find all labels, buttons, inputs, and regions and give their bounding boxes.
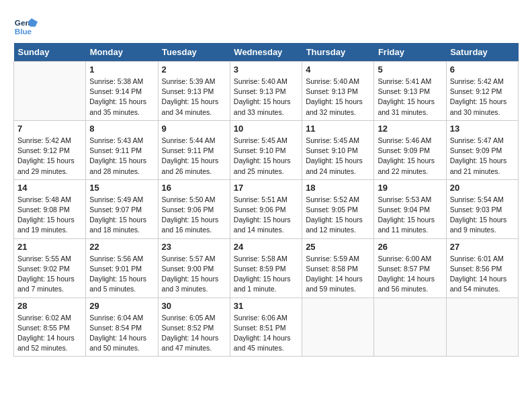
week-row-1: 1Sunrise: 5:38 AMSunset: 9:14 PMDaylight… [14,62,519,121]
day-number: 31 [234,301,298,311]
svg-text:Blue: Blue [15,27,32,36]
week-row-2: 7Sunrise: 5:42 AMSunset: 9:12 PMDaylight… [14,120,519,179]
day-info: Sunrise: 5:45 AMSunset: 9:10 PMDaylight:… [234,136,298,177]
day-info: Sunrise: 5:42 AMSunset: 9:12 PMDaylight:… [17,136,82,177]
day-info: Sunrise: 5:47 AMSunset: 9:09 PMDaylight:… [450,136,515,177]
day-info: Sunrise: 5:40 AMSunset: 9:13 PMDaylight:… [234,77,298,118]
day-info: Sunrise: 5:50 AMSunset: 9:06 PMDaylight:… [162,195,226,236]
day-info: Sunrise: 6:06 AMSunset: 8:51 PMDaylight:… [234,313,298,354]
day-info: Sunrise: 6:05 AMSunset: 8:52 PMDaylight:… [162,313,226,354]
calendar-cell: 14Sunrise: 5:48 AMSunset: 9:08 PMDayligh… [14,179,86,238]
day-number: 20 [450,183,515,193]
day-number: 18 [306,183,370,193]
col-header-wednesday: Wednesday [230,43,302,62]
calendar-cell: 29Sunrise: 6:04 AMSunset: 8:54 PMDayligh… [86,298,158,357]
header-row: SundayMondayTuesdayWednesdayThursdayFrid… [14,43,519,62]
day-number: 17 [234,183,298,193]
calendar-cell: 13Sunrise: 5:47 AMSunset: 9:09 PMDayligh… [446,120,518,179]
day-number: 25 [306,242,370,252]
day-info: Sunrise: 5:44 AMSunset: 9:11 PMDaylight:… [162,136,226,177]
calendar-cell [446,298,518,357]
calendar-cell: 2Sunrise: 5:39 AMSunset: 9:13 PMDaylight… [158,62,230,121]
day-info: Sunrise: 6:00 AMSunset: 8:57 PMDaylight:… [378,254,442,295]
day-number: 29 [89,301,154,311]
calendar-cell: 5Sunrise: 5:41 AMSunset: 9:13 PMDaylight… [374,62,446,121]
calendar-cell: 8Sunrise: 5:43 AMSunset: 9:11 PMDaylight… [86,120,158,179]
day-number: 7 [17,124,82,134]
day-number: 14 [17,183,82,193]
day-number: 4 [306,64,370,75]
calendar-cell: 6Sunrise: 5:42 AMSunset: 9:12 PMDaylight… [446,62,518,121]
day-info: Sunrise: 5:54 AMSunset: 9:03 PMDaylight:… [450,195,515,236]
day-info: Sunrise: 5:55 AMSunset: 9:02 PMDaylight:… [17,254,82,295]
calendar-cell [374,298,446,357]
day-number: 23 [162,242,226,252]
day-number: 12 [378,124,442,134]
week-row-5: 28Sunrise: 6:02 AMSunset: 8:55 PMDayligh… [14,298,519,357]
page-header: General Blue [13,13,519,38]
calendar-cell: 3Sunrise: 5:40 AMSunset: 9:13 PMDaylight… [230,62,302,121]
calendar-cell: 10Sunrise: 5:45 AMSunset: 9:10 PMDayligh… [230,120,302,179]
day-number: 8 [89,124,154,134]
day-info: Sunrise: 6:02 AMSunset: 8:55 PMDaylight:… [17,313,82,354]
day-number: 10 [234,124,298,134]
calendar-cell: 4Sunrise: 5:40 AMSunset: 9:13 PMDaylight… [302,62,374,121]
calendar-table: SundayMondayTuesdayWednesdayThursdayFrid… [13,43,519,357]
calendar-cell: 15Sunrise: 5:49 AMSunset: 9:07 PMDayligh… [86,179,158,238]
day-info: Sunrise: 5:45 AMSunset: 9:10 PMDaylight:… [306,136,370,177]
calendar-cell [14,62,86,121]
day-number: 19 [378,183,442,193]
calendar-cell: 18Sunrise: 5:52 AMSunset: 9:05 PMDayligh… [302,179,374,238]
calendar-cell: 31Sunrise: 6:06 AMSunset: 8:51 PMDayligh… [230,298,302,357]
calendar-cell: 16Sunrise: 5:50 AMSunset: 9:06 PMDayligh… [158,179,230,238]
col-header-thursday: Thursday [302,43,374,62]
day-number: 30 [162,301,226,311]
day-number: 27 [450,242,515,252]
calendar-cell: 21Sunrise: 5:55 AMSunset: 9:02 PMDayligh… [14,238,86,298]
day-number: 21 [17,242,82,252]
day-info: Sunrise: 6:04 AMSunset: 8:54 PMDaylight:… [89,313,154,354]
calendar-cell: 23Sunrise: 5:57 AMSunset: 9:00 PMDayligh… [158,238,230,298]
day-info: Sunrise: 5:56 AMSunset: 9:01 PMDaylight:… [89,254,154,295]
day-number: 28 [17,301,82,311]
calendar-cell: 12Sunrise: 5:46 AMSunset: 9:09 PMDayligh… [374,120,446,179]
day-number: 1 [89,64,154,75]
calendar-cell: 25Sunrise: 5:59 AMSunset: 8:58 PMDayligh… [302,238,374,298]
day-info: Sunrise: 5:41 AMSunset: 9:13 PMDaylight:… [378,77,442,118]
logo-icon: General Blue [13,13,38,38]
day-info: Sunrise: 5:38 AMSunset: 9:14 PMDaylight:… [89,77,154,118]
day-info: Sunrise: 5:48 AMSunset: 9:08 PMDaylight:… [17,195,82,236]
day-info: Sunrise: 5:40 AMSunset: 9:13 PMDaylight:… [306,77,370,118]
day-info: Sunrise: 5:43 AMSunset: 9:11 PMDaylight:… [89,136,154,177]
calendar-cell: 20Sunrise: 5:54 AMSunset: 9:03 PMDayligh… [446,179,518,238]
day-number: 15 [89,183,154,193]
week-row-4: 21Sunrise: 5:55 AMSunset: 9:02 PMDayligh… [14,238,519,298]
day-info: Sunrise: 5:51 AMSunset: 9:06 PMDaylight:… [234,195,298,236]
day-number: 24 [234,242,298,252]
day-info: Sunrise: 5:53 AMSunset: 9:04 PMDaylight:… [378,195,442,236]
day-info: Sunrise: 5:42 AMSunset: 9:12 PMDaylight:… [450,77,515,118]
calendar-cell: 22Sunrise: 5:56 AMSunset: 9:01 PMDayligh… [86,238,158,298]
calendar-cell [302,298,374,357]
calendar-cell: 19Sunrise: 5:53 AMSunset: 9:04 PMDayligh… [374,179,446,238]
day-info: Sunrise: 5:46 AMSunset: 9:09 PMDaylight:… [378,136,442,177]
day-info: Sunrise: 5:57 AMSunset: 9:00 PMDaylight:… [162,254,226,295]
day-number: 2 [162,64,226,75]
col-header-monday: Monday [86,43,158,62]
day-number: 9 [162,124,226,134]
day-number: 16 [162,183,226,193]
calendar-cell: 26Sunrise: 6:00 AMSunset: 8:57 PMDayligh… [374,238,446,298]
calendar-cell: 30Sunrise: 6:05 AMSunset: 8:52 PMDayligh… [158,298,230,357]
calendar-cell: 27Sunrise: 6:01 AMSunset: 8:56 PMDayligh… [446,238,518,298]
col-header-tuesday: Tuesday [158,43,230,62]
calendar-cell: 1Sunrise: 5:38 AMSunset: 9:14 PMDaylight… [86,62,158,121]
day-info: Sunrise: 5:59 AMSunset: 8:58 PMDaylight:… [306,254,370,295]
day-number: 26 [378,242,442,252]
day-number: 3 [234,64,298,75]
day-number: 13 [450,124,515,134]
day-number: 6 [450,64,515,75]
calendar-cell: 28Sunrise: 6:02 AMSunset: 8:55 PMDayligh… [14,298,86,357]
col-header-sunday: Sunday [14,43,86,62]
day-info: Sunrise: 5:58 AMSunset: 8:59 PMDaylight:… [234,254,298,295]
day-number: 22 [89,242,154,252]
